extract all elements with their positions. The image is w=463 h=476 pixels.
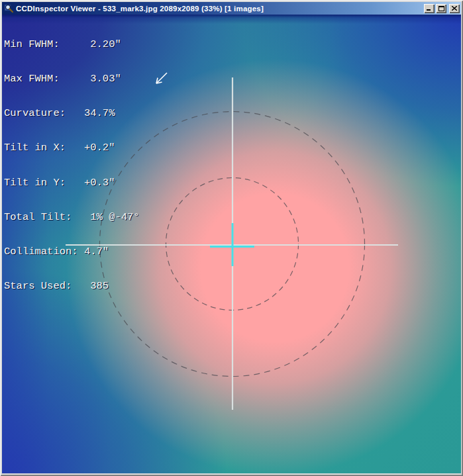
- tilt-direction-arrow-icon: [152, 70, 170, 89]
- ccdinspector-window: CCDInspector Viewer - 533_mark3.jpg 2089…: [0, 0, 463, 476]
- maximize-button[interactable]: [436, 4, 446, 13]
- minimize-button[interactable]: [424, 4, 435, 13]
- stat-tilt-x: Tilt in X: +0.2": [4, 142, 140, 154]
- stat-curvature: Curvature: 34.7%: [4, 108, 140, 119]
- stat-max-fwhm: Max FWHM: 3.03": [4, 73, 140, 85]
- stat-min-fwhm: Min FWHM: 2.20": [4, 39, 140, 50]
- app-magnifier-icon: [4, 3, 14, 13]
- stats-overlay: Min FWHM: 2.20" Max FWHM: 3.03" Curvatur…: [4, 16, 140, 316]
- stat-tilt-y: Tilt in Y: +0.3": [4, 177, 140, 189]
- stat-stars-used: Stars Used: 385: [4, 281, 140, 292]
- close-button[interactable]: [449, 4, 460, 13]
- stat-collimation: Collimation: 4.7": [4, 246, 140, 258]
- stat-total-tilt: Total Tilt: 1% @-47°: [4, 212, 140, 223]
- window-title: CCDInspector Viewer - 533_mark3.jpg 2089…: [16, 5, 424, 13]
- fwhm-map-canvas[interactable]: Min FWHM: 2.20" Max FWHM: 3.03" Curvatur…: [2, 15, 461, 473]
- title-bar[interactable]: CCDInspector Viewer - 533_mark3.jpg 2089…: [2, 2, 461, 15]
